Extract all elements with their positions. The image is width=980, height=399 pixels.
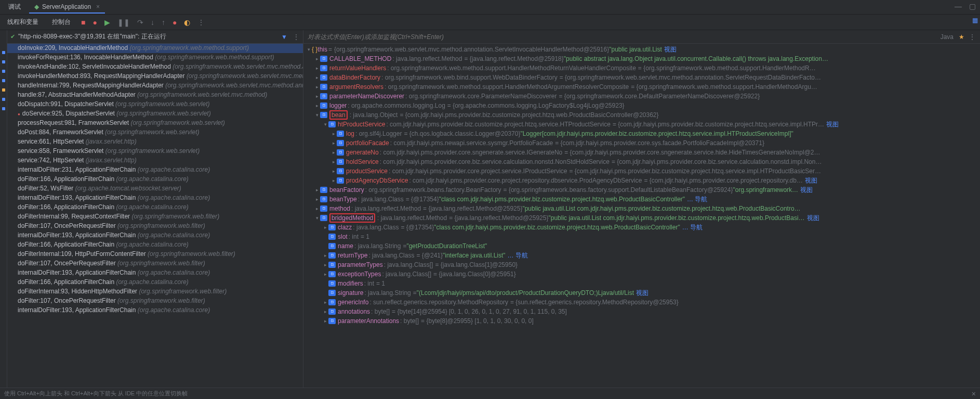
stack-frame[interactable]: doFilter:52, WsFilter (org.apache.tomcat… xyxy=(7,184,303,194)
stack-frame[interactable]: doInvoke:209, InvocableHandlerMethod (or… xyxy=(7,44,303,53)
stack-frame[interactable]: internalDoFilter:231, ApplicationFilterC… xyxy=(7,165,303,175)
var-node[interactable]: ▸⌑generateNo: com.jdjr.haiyi.pms.provide… xyxy=(303,148,980,157)
stack-frame[interactable]: doFilter:166, ApplicationFilterChain (or… xyxy=(7,175,303,184)
thread-selector[interactable]: ✔ "http-nio-8089-exec-3"@19,391 在组"main"… xyxy=(7,30,303,44)
eval-lang[interactable]: Java xyxy=(941,33,953,41)
stack-frame[interactable]: doFilter:107, OncePerRequestFilter (org.… xyxy=(7,297,303,306)
chevron-right-icon[interactable]: ▸ xyxy=(322,262,328,267)
stack-frame[interactable]: service:742, HttpServlet (javax.servlet.… xyxy=(7,156,303,165)
view-link[interactable]: 视图 xyxy=(826,120,839,129)
var-node[interactable]: ▸⌑logger: org.apache.commons.logging.Log… xyxy=(303,101,980,110)
chevron-right-icon[interactable]: ▸ xyxy=(314,56,320,61)
stack-frame[interactable]: invokeAndHandle:102, ServletInvocableHan… xyxy=(7,62,303,72)
view-link[interactable]: … 导航 xyxy=(508,251,528,260)
layout-icon[interactable]: ▦ xyxy=(972,17,978,24)
var-node[interactable]: ▸⌑exceptionTypes: java.lang.Class[]= {ja… xyxy=(303,269,980,279)
filter-icon[interactable]: ▼ xyxy=(281,33,287,41)
var-node[interactable]: ▸⌑log: org.slf4j.Logger= {ch.qos.logback… xyxy=(303,129,980,138)
var-node[interactable]: ▸⌑parameterAnnotations: byte[]= {byte[8]… xyxy=(303,316,980,326)
var-node[interactable]: ▸⌑dataBinderFactory: org.springframework… xyxy=(303,73,980,82)
watch-star-icon[interactable]: ★ xyxy=(959,33,964,41)
stack-frame[interactable]: processRequest:981, FrameworkServlet (or… xyxy=(7,119,303,128)
var-node[interactable]: ⌑signature: java.lang.String= "(Lcom/jdj… xyxy=(303,288,980,298)
pause-icon[interactable]: ● xyxy=(92,18,97,27)
var-node[interactable]: ▸⌑parameterTypes: java.lang.Class[]= {ja… xyxy=(303,260,980,269)
var-node[interactable]: ▸⌑productService: com.jdjr.haiyi.pms.pro… xyxy=(303,166,980,176)
stop-icon[interactable]: ■ xyxy=(81,18,85,27)
chevron-right-icon[interactable]: ▸ xyxy=(330,150,337,155)
view-link[interactable]: 视图 xyxy=(807,214,819,223)
view-link[interactable]: 视图 xyxy=(800,186,813,195)
close-panel-icon[interactable]: × xyxy=(972,390,976,398)
resume-icon[interactable]: ▶ xyxy=(104,18,110,27)
minimize-icon[interactable]: — xyxy=(955,2,962,10)
chevron-right-icon[interactable]: ▸ xyxy=(330,169,337,174)
chevron-right-icon[interactable]: ▸ xyxy=(322,253,328,258)
thread-more-icon[interactable]: ⋮ xyxy=(293,33,300,41)
pause-program-icon[interactable]: ❚❚ xyxy=(117,18,130,27)
chevron-right-icon[interactable]: ▸ xyxy=(314,103,320,108)
chevron-right-icon[interactable]: ▸ xyxy=(330,131,337,136)
var-node[interactable]: ▸⌑holdService: com.jdjr.haiyi.pms.provid… xyxy=(303,157,980,166)
vars-tab[interactable]: 线程和变量 xyxy=(4,17,42,28)
stack-frame[interactable]: doFilterInternal:99, RequestContextFilte… xyxy=(7,212,303,222)
step-over-icon[interactable]: ↷ xyxy=(137,18,143,27)
var-node[interactable]: ▸⌑genericInfo: sun.reflect.generics.repo… xyxy=(303,298,980,307)
view-link[interactable]: … 导航 xyxy=(682,223,703,232)
view-link[interactable]: 视图 xyxy=(636,289,648,297)
more-icon[interactable]: ⋮ xyxy=(197,18,205,27)
close-tab-icon[interactable]: × xyxy=(96,3,100,10)
chevron-down-icon[interactable]: ▾ xyxy=(306,47,312,52)
chevron-right-icon[interactable]: ▸ xyxy=(314,66,320,71)
chevron-right-icon[interactable]: ▸ xyxy=(330,140,337,146)
chevron-right-icon[interactable]: ▸ xyxy=(314,75,320,80)
chevron-right-icon[interactable]: ▸ xyxy=(322,318,328,324)
chevron-down-icon[interactable]: ▾ xyxy=(322,122,328,127)
var-node[interactable]: ▸⌑CALLABLE_METHOD: java.lang.reflect.Met… xyxy=(303,54,980,63)
chevron-right-icon[interactable]: ▸ xyxy=(322,300,328,305)
mute-bp-icon[interactable]: ◐ xyxy=(184,18,190,27)
var-node[interactable]: ⌑name: java.lang.String= "getProductDura… xyxy=(303,241,980,251)
stack-frame[interactable]: invokeHandlerMethod:893, RequestMappingH… xyxy=(7,72,303,81)
stack-frame[interactable]: doService:925, DispatcherServlet (org.sp… xyxy=(7,109,303,119)
restore-icon[interactable]: ▢ xyxy=(969,2,976,10)
stack-frame[interactable]: internalDoFilter:193, ApplicationFilterC… xyxy=(7,231,303,240)
stack-frame[interactable]: doDispatch:991, DispatcherServlet (org.s… xyxy=(7,100,303,109)
chevron-right-icon[interactable]: ▸ xyxy=(314,84,320,89)
var-node[interactable]: ▾⌑bridgedMethod: java.lang.reflect.Metho… xyxy=(303,213,980,223)
stack-frame[interactable]: doFilterInternal:109, HttpPutFormContent… xyxy=(7,250,303,259)
var-node[interactable]: ▸⌑method: java.lang.reflect.Method= {jav… xyxy=(303,204,980,213)
var-node[interactable]: ▾{ } this = {org.springframework.web.ser… xyxy=(303,45,980,54)
chevron-right-icon[interactable]: ▸ xyxy=(314,94,320,99)
var-node[interactable]: ▸⌑returnType: java.lang.Class= {@241} "i… xyxy=(303,251,980,260)
chevron-right-icon[interactable]: ▸ xyxy=(314,206,320,211)
chevron-right-icon[interactable]: ▸ xyxy=(322,225,328,230)
stack-frame[interactable]: internalDoFilter:193, ApplicationFilterC… xyxy=(7,194,303,203)
eval-input[interactable] xyxy=(308,33,936,41)
var-node[interactable]: ▸⌑beanFactory: org.springframework.beans… xyxy=(303,185,980,195)
stack-frame[interactable]: doFilter:166, ApplicationFilterChain (or… xyxy=(7,278,303,287)
var-node[interactable]: ▸⌑prodAgencyDbService: com.jdjr.haiyi.pm… xyxy=(303,176,980,185)
var-node[interactable]: ⌑modifiers: int= 1 xyxy=(303,279,980,288)
chevron-right-icon[interactable]: ▸ xyxy=(322,309,328,314)
chevron-right-icon[interactable]: ▸ xyxy=(322,272,328,277)
var-node[interactable]: ▸⌑parameterNameDiscoverer: org.springfra… xyxy=(303,92,980,101)
step-into-icon[interactable]: ↓ xyxy=(151,18,154,27)
stack-frame[interactable]: invokeForRequest:136, InvocableHandlerMe… xyxy=(7,53,303,62)
chevron-right-icon[interactable]: ▸ xyxy=(330,178,337,183)
stack-frame[interactable]: doFilter:166, ApplicationFilterChain (or… xyxy=(7,203,303,212)
breakpoint-icon[interactable]: ● xyxy=(173,18,177,27)
debug-tab[interactable]: 调试 xyxy=(4,1,25,14)
frames-list[interactable]: doInvoke:209, InvocableHandlerMethod (or… xyxy=(7,44,303,392)
stack-frame[interactable]: doFilter:107, OncePerRequestFilter (org.… xyxy=(7,222,303,231)
chevron-down-icon[interactable]: ▾ xyxy=(314,215,320,221)
chevron-right-icon[interactable]: ▸ xyxy=(330,159,337,164)
vars-tree[interactable]: ▾{ } this = {org.springframework.web.ser… xyxy=(303,44,980,392)
stack-frame[interactable]: handleInternal:799, RequestMappingHandle… xyxy=(7,81,303,91)
stack-frame[interactable]: handle:87, AbstractHandlerMethodAdapter … xyxy=(7,91,303,100)
chevron-down-icon[interactable]: ▾ xyxy=(314,112,320,118)
var-node[interactable]: ▾⌑htProductService: com.jdjr.haiyi.pms.p… xyxy=(303,120,980,129)
var-node[interactable]: ▸⌑clazz: java.lang.Class= {@17354} "clas… xyxy=(303,223,980,232)
var-node[interactable]: ▸⌑beanType: java.lang.Class= {@17354} "c… xyxy=(303,195,980,204)
console-tab[interactable]: 控制台 xyxy=(49,17,74,28)
